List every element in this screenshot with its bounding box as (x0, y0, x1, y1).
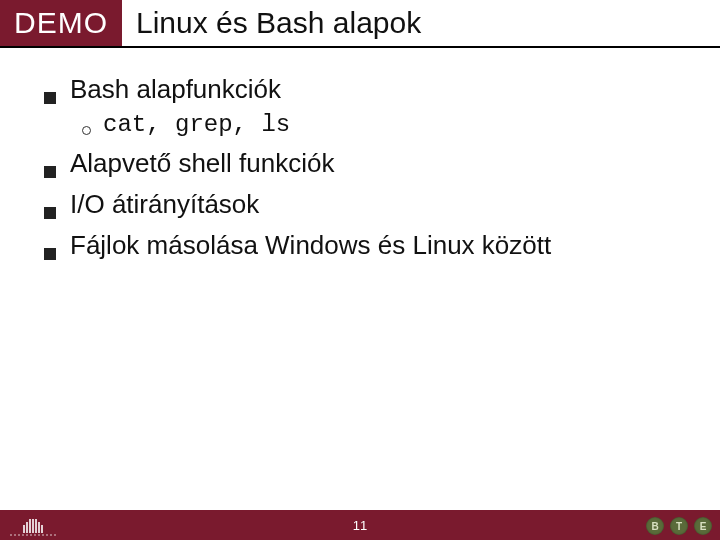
slide: DEMO Linux és Bash alapok Bash alapfunkc… (0, 0, 720, 540)
list-item: Fájlok másolása Windows és Linux között (44, 230, 692, 261)
demo-badge: DEMO (0, 0, 122, 46)
sub-list-item: cat, grep, ls (82, 111, 692, 138)
bullet-text: Alapvető shell funkciók (70, 148, 334, 179)
square-bullet-icon (44, 92, 56, 104)
sub-list: cat, grep, ls (82, 111, 692, 138)
slide-title: Linux és Bash alapok (122, 0, 421, 46)
badge-icon: B (646, 517, 664, 535)
list-item: Bash alapfunkciók cat, grep, ls (44, 74, 692, 138)
square-bullet-icon (44, 248, 56, 260)
circle-bullet-icon (82, 126, 91, 135)
square-bullet-icon (44, 207, 56, 219)
university-logo-icon (6, 519, 60, 536)
slide-body: Bash alapfunkciók cat, grep, ls Alapvető… (0, 48, 720, 510)
square-bullet-icon (44, 166, 56, 178)
page-number: 11 (353, 518, 367, 533)
bullet-text: I/O átirányítások (70, 189, 259, 220)
bullet-list: Bash alapfunkciók cat, grep, ls Alapvető… (44, 74, 692, 261)
list-item: Alapvető shell funkciók (44, 148, 692, 179)
footer-bar: 11 B T E (0, 510, 720, 540)
badge-icon: E (694, 517, 712, 535)
list-item: I/O átirányítások (44, 189, 692, 220)
bullet-text: Fájlok másolása Windows és Linux között (70, 230, 551, 261)
sub-bullet-text: cat, grep, ls (103, 111, 290, 138)
badge-icon: T (670, 517, 688, 535)
bullet-text: Bash alapfunkciók (70, 74, 281, 105)
footer-badges: B T E (646, 517, 712, 535)
header: DEMO Linux és Bash alapok (0, 0, 720, 48)
